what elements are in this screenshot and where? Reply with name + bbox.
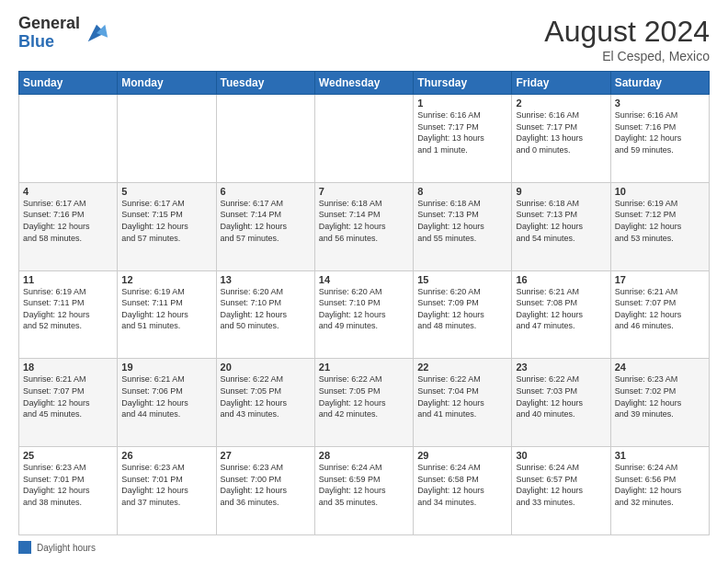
day-number: 1 [417, 98, 507, 109]
day-number: 5 [121, 186, 211, 197]
day-info: Sunrise: 6:23 AM Sunset: 7:00 PM Dayligh… [221, 462, 311, 508]
day-number: 17 [615, 274, 705, 285]
day-info: Sunrise: 6:21 AM Sunset: 7:07 PM Dayligh… [23, 373, 113, 419]
calendar-cell: 10Sunrise: 6:19 AM Sunset: 7:12 PM Dayli… [610, 182, 709, 270]
footer: Daylight hours [18, 541, 710, 554]
calendar-cell: 22Sunrise: 6:22 AM Sunset: 7:04 PM Dayli… [414, 359, 512, 447]
week-row-2: 4Sunrise: 6:17 AM Sunset: 7:16 PM Daylig… [19, 182, 710, 270]
day-info: Sunrise: 6:20 AM Sunset: 7:09 PM Dayligh… [417, 286, 507, 332]
calendar-cell: 29Sunrise: 6:24 AM Sunset: 6:58 PM Dayli… [414, 447, 512, 535]
day-number: 20 [221, 362, 311, 373]
day-number: 10 [615, 186, 705, 197]
calendar-cell: 4Sunrise: 6:17 AM Sunset: 7:16 PM Daylig… [19, 182, 118, 270]
day-number: 29 [417, 450, 507, 461]
col-tuesday: Tuesday [216, 72, 314, 95]
calendar-cell: 31Sunrise: 6:24 AM Sunset: 6:56 PM Dayli… [610, 447, 709, 535]
day-number: 31 [615, 450, 705, 461]
day-info: Sunrise: 6:18 AM Sunset: 7:13 PM Dayligh… [417, 198, 507, 244]
logo-text: General Blue [18, 15, 80, 52]
col-friday: Friday [512, 72, 610, 95]
calendar-cell: 13Sunrise: 6:20 AM Sunset: 7:10 PM Dayli… [216, 270, 314, 359]
calendar-cell: 2Sunrise: 6:16 AM Sunset: 7:17 PM Daylig… [512, 95, 610, 183]
calendar-cell: 11Sunrise: 6:19 AM Sunset: 7:11 PM Dayli… [19, 270, 118, 359]
logo: General Blue [18, 15, 109, 52]
day-number: 11 [23, 274, 113, 285]
day-info: Sunrise: 6:17 AM Sunset: 7:16 PM Dayligh… [23, 198, 113, 244]
calendar-cell: 18Sunrise: 6:21 AM Sunset: 7:07 PM Dayli… [19, 359, 118, 447]
day-number: 30 [516, 450, 606, 461]
page: General Blue August 2024 El Cesped, Mexi… [0, 0, 728, 563]
week-row-1: 1Sunrise: 6:16 AM Sunset: 7:17 PM Daylig… [19, 95, 710, 183]
day-number: 15 [417, 274, 507, 285]
calendar-cell: 5Sunrise: 6:17 AM Sunset: 7:15 PM Daylig… [118, 182, 216, 270]
calendar-cell [314, 95, 413, 183]
day-info: Sunrise: 6:21 AM Sunset: 7:06 PM Dayligh… [121, 373, 211, 419]
footer-label: Daylight hours [37, 543, 96, 553]
day-number: 9 [516, 186, 606, 197]
calendar-cell: 15Sunrise: 6:20 AM Sunset: 7:09 PM Dayli… [414, 270, 512, 359]
day-number: 27 [221, 450, 311, 461]
day-info: Sunrise: 6:24 AM Sunset: 6:57 PM Dayligh… [516, 462, 606, 508]
day-number: 12 [121, 274, 211, 285]
calendar-cell: 8Sunrise: 6:18 AM Sunset: 7:13 PM Daylig… [414, 182, 512, 270]
day-info: Sunrise: 6:19 AM Sunset: 7:11 PM Dayligh… [121, 286, 211, 332]
month-title: August 2024 [544, 15, 710, 49]
day-number: 24 [615, 362, 705, 373]
day-info: Sunrise: 6:20 AM Sunset: 7:10 PM Dayligh… [319, 286, 409, 332]
day-info: Sunrise: 6:16 AM Sunset: 7:17 PM Dayligh… [417, 109, 507, 155]
calendar-cell [118, 95, 216, 183]
col-wednesday: Wednesday [314, 72, 413, 95]
calendar-cell: 27Sunrise: 6:23 AM Sunset: 7:00 PM Dayli… [216, 447, 314, 535]
day-info: Sunrise: 6:19 AM Sunset: 7:11 PM Dayligh… [23, 286, 113, 332]
day-number: 22 [417, 362, 507, 373]
day-number: 2 [516, 98, 606, 109]
day-number: 26 [121, 450, 211, 461]
header-row: Sunday Monday Tuesday Wednesday Thursday… [19, 72, 710, 95]
calendar-cell: 21Sunrise: 6:22 AM Sunset: 7:05 PM Dayli… [314, 359, 413, 447]
day-info: Sunrise: 6:17 AM Sunset: 7:14 PM Dayligh… [221, 198, 311, 244]
calendar-cell [19, 95, 118, 183]
logo-icon [84, 20, 109, 46]
calendar-cell: 14Sunrise: 6:20 AM Sunset: 7:10 PM Dayli… [314, 270, 413, 359]
calendar-cell: 25Sunrise: 6:23 AM Sunset: 7:01 PM Dayli… [19, 447, 118, 535]
col-monday: Monday [118, 72, 216, 95]
col-thursday: Thursday [414, 72, 512, 95]
calendar-cell: 3Sunrise: 6:16 AM Sunset: 7:16 PM Daylig… [610, 95, 709, 183]
calendar-cell: 28Sunrise: 6:24 AM Sunset: 6:59 PM Dayli… [314, 447, 413, 535]
day-info: Sunrise: 6:19 AM Sunset: 7:12 PM Dayligh… [615, 198, 705, 244]
calendar-cell: 1Sunrise: 6:16 AM Sunset: 7:17 PM Daylig… [414, 95, 512, 183]
calendar-cell: 19Sunrise: 6:21 AM Sunset: 7:06 PM Dayli… [118, 359, 216, 447]
day-info: Sunrise: 6:24 AM Sunset: 6:58 PM Dayligh… [417, 462, 507, 508]
day-info: Sunrise: 6:23 AM Sunset: 7:01 PM Dayligh… [121, 462, 211, 508]
daylight-legend-box [18, 541, 31, 554]
col-sunday: Sunday [19, 72, 118, 95]
day-number: 14 [319, 274, 409, 285]
day-number: 8 [417, 186, 507, 197]
day-number: 23 [516, 362, 606, 373]
calendar-cell: 23Sunrise: 6:22 AM Sunset: 7:03 PM Dayli… [512, 359, 610, 447]
calendar-cell: 30Sunrise: 6:24 AM Sunset: 6:57 PM Dayli… [512, 447, 610, 535]
calendar-cell: 24Sunrise: 6:23 AM Sunset: 7:02 PM Dayli… [610, 359, 709, 447]
day-number: 3 [615, 98, 705, 109]
location: El Cesped, Mexico [544, 49, 710, 63]
calendar-cell: 26Sunrise: 6:23 AM Sunset: 7:01 PM Dayli… [118, 447, 216, 535]
day-info: Sunrise: 6:20 AM Sunset: 7:10 PM Dayligh… [221, 286, 311, 332]
calendar-cell [216, 95, 314, 183]
day-info: Sunrise: 6:22 AM Sunset: 7:05 PM Dayligh… [319, 373, 409, 419]
day-info: Sunrise: 6:23 AM Sunset: 7:02 PM Dayligh… [615, 373, 705, 419]
day-number: 6 [221, 186, 311, 197]
day-number: 18 [23, 362, 113, 373]
day-info: Sunrise: 6:21 AM Sunset: 7:08 PM Dayligh… [516, 286, 606, 332]
day-info: Sunrise: 6:23 AM Sunset: 7:01 PM Dayligh… [23, 462, 113, 508]
col-saturday: Saturday [610, 72, 709, 95]
day-number: 13 [221, 274, 311, 285]
week-row-4: 18Sunrise: 6:21 AM Sunset: 7:07 PM Dayli… [19, 359, 710, 447]
day-info: Sunrise: 6:18 AM Sunset: 7:13 PM Dayligh… [516, 198, 606, 244]
calendar-cell: 6Sunrise: 6:17 AM Sunset: 7:14 PM Daylig… [216, 182, 314, 270]
day-number: 25 [23, 450, 113, 461]
day-info: Sunrise: 6:16 AM Sunset: 7:17 PM Dayligh… [516, 109, 606, 155]
calendar-cell: 7Sunrise: 6:18 AM Sunset: 7:14 PM Daylig… [314, 182, 413, 270]
header: General Blue August 2024 El Cesped, Mexi… [18, 15, 710, 63]
calendar-cell: 16Sunrise: 6:21 AM Sunset: 7:08 PM Dayli… [512, 270, 610, 359]
calendar-cell: 17Sunrise: 6:21 AM Sunset: 7:07 PM Dayli… [610, 270, 709, 359]
